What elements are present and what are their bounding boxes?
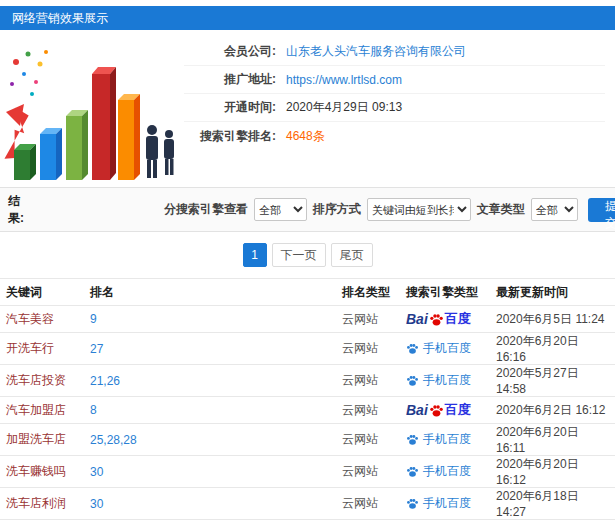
- table-header-row: 关键词 排名 排名类型 搜索引擎类型 最新更新时间: [0, 279, 615, 306]
- baidu-logo: Bai百度: [406, 401, 471, 419]
- baidu-logo-latin: Bai: [406, 402, 428, 418]
- mobile-baidu-logo: 手机百度: [406, 372, 471, 389]
- submit-button[interactable]: 提交: [588, 198, 615, 222]
- rank-cell: 8: [86, 397, 338, 424]
- header-keyword: 关键词: [0, 279, 86, 306]
- paw-icon: [429, 403, 444, 418]
- rank-type-cell: 云网站: [338, 424, 402, 456]
- page-button-current[interactable]: 1: [243, 243, 267, 267]
- member-info-fields: 会员公司: 山东老人头汽车服务咨询有限公司 推广地址: https://www.…: [178, 30, 615, 187]
- updated-cell: 2020年6月20日 16:12: [492, 456, 615, 488]
- results-table: 关键词 排名 排名类型 搜索引擎类型 最新更新时间 汽车美容 9 云网站 Bai…: [0, 278, 615, 520]
- rank-cell: 25,28,28: [86, 424, 338, 456]
- rank-cell: 21,26: [86, 365, 338, 397]
- rank-type-cell: 云网站: [338, 365, 402, 397]
- mobile-baidu-logo: 手机百度: [406, 463, 471, 480]
- paw-icon: [406, 433, 419, 446]
- paw-icon: [406, 342, 419, 355]
- pagination: 1 下一页 尾页: [0, 232, 615, 278]
- mobile-baidu-label: 手机百度: [423, 463, 471, 480]
- rank-cell: 30: [86, 456, 338, 488]
- keyword-cell: 汽车美容: [0, 306, 86, 333]
- table-row: 开洗车行 27 云网站 手机百度 2020年6月20日 16:16: [0, 333, 615, 365]
- article-type-select[interactable]: 全部: [531, 198, 578, 221]
- engine-filter-label: 分搜索引擎查看: [164, 201, 248, 218]
- updated-cell: 2020年6月20日 16:16: [492, 333, 615, 365]
- header-rank: 排名: [86, 279, 338, 306]
- paw-icon: [406, 465, 419, 478]
- company-link[interactable]: 山东老人头汽车服务咨询有限公司: [286, 43, 466, 60]
- company-label: 会员公司:: [184, 43, 276, 60]
- mobile-baidu-logo: 手机百度: [406, 495, 471, 512]
- engine-cell: 手机百度: [402, 456, 492, 488]
- rank-type-cell: 云网站: [338, 488, 402, 520]
- updated-cell: 2020年6月18日 14:27: [492, 488, 615, 520]
- field-row-engine-rank: 搜索引擎排名: 4648条: [184, 122, 605, 150]
- rank-type-cell: 云网站: [338, 456, 402, 488]
- sort-filter-select[interactable]: 关键词由短到长排序: [367, 198, 471, 221]
- promo-url-link[interactable]: https://www.lrtlsd.com: [286, 73, 402, 87]
- header-rank-type: 排名类型: [338, 279, 402, 306]
- marketing-chart-illustration: [0, 30, 178, 187]
- titlebar: 网络营销效果展示: [0, 6, 615, 30]
- updated-cell: 2020年6月5日 11:24: [492, 306, 615, 333]
- filter-group: 分搜索引擎查看 全部 排序方式 关键词由短到长排序 文章类型 全部 提交: [164, 198, 615, 222]
- field-row-company: 会员公司: 山东老人头汽车服务咨询有限公司: [184, 38, 605, 66]
- paw-icon: [429, 312, 444, 327]
- engine-rank-count: 4648条: [286, 128, 325, 145]
- mobile-baidu-label: 手机百度: [423, 431, 471, 448]
- rank-type-cell: 云网站: [338, 306, 402, 333]
- field-row-open-time: 开通时间: 2020年4月29日 09:13: [184, 94, 605, 122]
- next-page-button[interactable]: 下一页: [272, 243, 326, 267]
- last-page-button[interactable]: 尾页: [331, 243, 373, 267]
- bar-chart-graphic: [2, 34, 178, 186]
- engine-cell: Bai百度: [402, 397, 492, 424]
- table-row: 洗车店投资 21,26 云网站 手机百度 2020年5月27日 14:58: [0, 365, 615, 397]
- header-engine-type: 搜索引擎类型: [402, 279, 492, 306]
- article-type-label: 文章类型: [477, 201, 525, 218]
- keyword-cell: 开洗车行: [0, 333, 86, 365]
- header-updated: 最新更新时间: [492, 279, 615, 306]
- rank-cell: 9: [86, 306, 338, 333]
- rank-type-cell: 云网站: [338, 397, 402, 424]
- table-row: 洗车店利润 30 云网站 手机百度 2020年6月18日 14:27: [0, 488, 615, 520]
- engine-cell: 手机百度: [402, 333, 492, 365]
- page: 网络营销效果展示: [0, 0, 615, 520]
- table-row: 洗车赚钱吗 30 云网站 手机百度 2020年6月20日 16:12: [0, 456, 615, 488]
- table-row: 汽车加盟店 8 云网站 Bai百度 2020年6月2日 16:12: [0, 397, 615, 424]
- field-row-url: 推广地址: https://www.lrtlsd.com: [184, 66, 605, 94]
- rank-cell: 30: [86, 488, 338, 520]
- engine-cell: 手机百度: [402, 365, 492, 397]
- engine-cell: 手机百度: [402, 488, 492, 520]
- table-row: 加盟洗车店 25,28,28 云网站 手机百度 2020年6月20日 16:11: [0, 424, 615, 456]
- results-table-body: 汽车美容 9 云网站 Bai百度 2020年6月5日 11:24 开洗车行 27…: [0, 306, 615, 520]
- rank-cell: 27: [86, 333, 338, 365]
- paw-icon: [406, 497, 419, 510]
- baidu-logo-hanzi: 百度: [445, 401, 471, 419]
- mobile-baidu-label: 手机百度: [423, 495, 471, 512]
- promo-url-label: 推广地址:: [184, 71, 276, 88]
- updated-cell: 2020年6月20日 16:11: [492, 424, 615, 456]
- keyword-cell: 汽车加盟店: [0, 397, 86, 424]
- mobile-baidu-label: 手机百度: [423, 340, 471, 357]
- engine-cell: 手机百度: [402, 424, 492, 456]
- baidu-logo-latin: Bai: [406, 311, 428, 327]
- keyword-cell: 洗车赚钱吗: [0, 456, 86, 488]
- info-section: 会员公司: 山东老人头汽车服务咨询有限公司 推广地址: https://www.…: [0, 30, 615, 188]
- mobile-baidu-logo: 手机百度: [406, 340, 471, 357]
- open-time-value: 2020年4月29日 09:13: [286, 99, 402, 116]
- mobile-baidu-logo: 手机百度: [406, 431, 471, 448]
- keyword-cell: 洗车店利润: [0, 488, 86, 520]
- paw-icon: [406, 374, 419, 387]
- engine-cell: Bai百度: [402, 306, 492, 333]
- sort-filter-label: 排序方式: [313, 201, 361, 218]
- engine-filter-select[interactable]: 全部: [254, 198, 307, 221]
- rank-type-cell: 云网站: [338, 333, 402, 365]
- baidu-logo-hanzi: 百度: [445, 310, 471, 328]
- updated-cell: 2020年5月27日 14:58: [492, 365, 615, 397]
- updated-cell: 2020年6月2日 16:12: [492, 397, 615, 424]
- filter-section: 结果: 分搜索引擎查看 全部 排序方式 关键词由短到长排序 文章类型 全部 提交: [0, 188, 615, 232]
- table-row: 汽车美容 9 云网站 Bai百度 2020年6月5日 11:24: [0, 306, 615, 333]
- open-time-label: 开通时间:: [184, 99, 276, 116]
- engine-rank-label: 搜索引擎排名:: [184, 128, 276, 145]
